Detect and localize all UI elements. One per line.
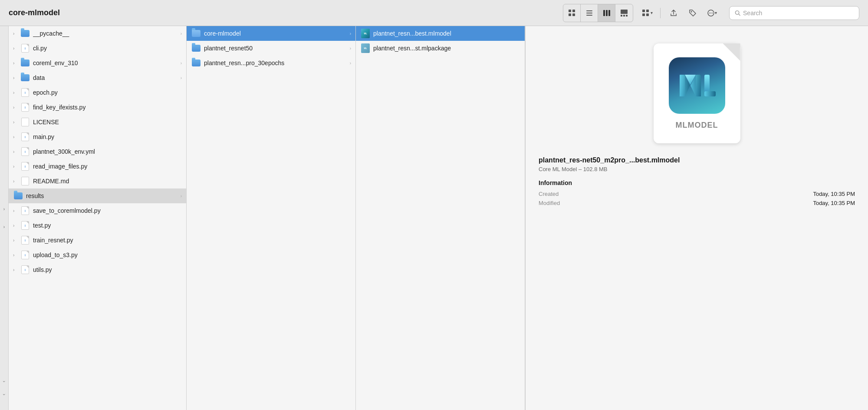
mlmodel-icon: [360, 28, 371, 39]
expand-chevron: ›: [13, 253, 20, 258]
list-item[interactable]: › README.md: [9, 174, 186, 188]
file-name: find_key_ifexists.py: [33, 104, 182, 111]
list-item[interactable]: › i cli.py: [9, 41, 186, 56]
svg-rect-12: [623, 15, 625, 17]
expand-chevron: ›: [13, 238, 20, 243]
svg-rect-9: [608, 10, 610, 16]
folder-icon: [191, 58, 201, 68]
svg-rect-31: [704, 91, 716, 96]
list-item[interactable]: › i epoch.py: [9, 85, 186, 100]
list-item[interactable]: › LICENSE: [9, 115, 186, 129]
search-input[interactable]: [743, 10, 854, 17]
share-button[interactable]: [665, 4, 682, 22]
py-icon: i: [20, 235, 30, 245]
py-icon: i: [20, 43, 30, 53]
bottom-sidebar-toggle[interactable]: ›: [0, 379, 9, 384]
folder-icon: [20, 73, 30, 83]
svg-rect-15: [646, 10, 649, 12]
expand-chevron: ›: [13, 31, 20, 36]
folder-icon: [13, 191, 23, 201]
group-button[interactable]: ▾: [638, 4, 656, 22]
chevron-right-icon: ›: [181, 31, 182, 36]
column-1: › __pycache__ › › i cli.py › coreml_: [9, 26, 187, 410]
py-icon: i: [20, 220, 30, 231]
mlpackage-icon: ML: [360, 43, 371, 53]
list-view-button[interactable]: [581, 4, 598, 22]
list-item[interactable]: › i plantnet_300k_env.yml: [9, 144, 186, 159]
view-mode-group: [563, 4, 633, 22]
svg-rect-3: [572, 13, 575, 16]
svg-rect-5: [586, 13, 592, 13]
list-item[interactable]: › i main.py: [9, 129, 186, 144]
file-name: read_image_files.py: [33, 163, 182, 170]
file-card-inner: MLMODEL: [654, 43, 740, 143]
sidebar-toggle-arrow-bottom: ›: [3, 225, 5, 229]
expand-chevron: ›: [13, 76, 20, 80]
folder-icon: [20, 58, 30, 68]
svg-rect-14: [642, 10, 645, 12]
file-name: plantnet_resn...best.mlmodel: [373, 30, 520, 37]
list-item[interactable]: › i utils.py: [9, 262, 186, 277]
svg-rect-6: [586, 15, 592, 16]
list-item[interactable]: › i test.py: [9, 218, 186, 233]
tag-button[interactable]: [684, 4, 701, 22]
column2-header: core-mlmodel ›: [187, 26, 355, 41]
py-icon: i: [20, 250, 30, 260]
list-item-mlmodel[interactable]: plantnet_resn...best.mlmodel: [356, 26, 525, 41]
svg-rect-2: [569, 13, 571, 16]
folder-icon: [191, 43, 201, 53]
list-item[interactable]: › i upload_to_s3.py: [9, 248, 186, 262]
sidebar-toggle[interactable]: › ›: [0, 26, 9, 410]
list-item[interactable]: › i save_to_coremlmodel.py: [9, 203, 186, 218]
expand-chevron: ›: [13, 105, 20, 110]
list-item[interactable]: plantnet_resn...pro_30epochs ›: [187, 56, 355, 70]
file-name: main.py: [33, 133, 182, 140]
svg-line-24: [739, 14, 740, 15]
chevron-right-icon: ›: [181, 76, 182, 80]
svg-point-20: [709, 13, 710, 13]
list-item[interactable]: › data ›: [9, 70, 186, 85]
svg-rect-11: [621, 15, 622, 17]
expand-chevron: ›: [13, 135, 20, 139]
file-name: plantnet_300k_env.yml: [33, 148, 182, 155]
info-heading: Information: [539, 179, 855, 186]
file-name: cli.py: [33, 45, 182, 52]
search-box[interactable]: [729, 6, 859, 20]
list-item-results[interactable]: results ›: [9, 188, 186, 203]
list-item[interactable]: › i train_resnet.py: [9, 233, 186, 248]
svg-point-21: [710, 13, 711, 13]
file-type-label: MLMODEL: [676, 121, 718, 130]
file-name: plantnet_resn...st.mlpackage: [373, 45, 520, 52]
window-title: core-mlmodel: [9, 8, 60, 17]
file-preview-card: MLMODEL: [654, 43, 740, 143]
column-2: core-mlmodel › plantnet_resnet50 › plant…: [187, 26, 356, 410]
columns-container: › __pycache__ › › i cli.py › coreml_: [9, 26, 868, 410]
list-item[interactable]: › i read_image_files.py: [9, 159, 186, 174]
expand-chevron: ›: [13, 268, 20, 272]
list-item[interactable]: › __pycache__ ›: [9, 26, 186, 41]
svg-rect-16: [642, 13, 645, 16]
preview-icon-container: MLMODEL: [534, 43, 859, 143]
preview-file-title: plantnet_res-net50_m2pro_...best.mlmodel: [539, 156, 855, 164]
py-icon: i: [20, 205, 30, 216]
list-item-mlpackage[interactable]: ML plantnet_resn...st.mlpackage: [356, 41, 525, 56]
expand-chevron: ›: [13, 120, 20, 125]
column-view-button[interactable]: [598, 4, 615, 22]
svg-rect-0: [569, 10, 571, 12]
more-button[interactable]: ▾: [703, 4, 720, 22]
expand-chevron: ›: [13, 46, 20, 51]
sidebar-toggle-arrow-top: ›: [3, 207, 5, 212]
info-value-created: Today, 10:35 PM: [813, 191, 855, 197]
bottom-sidebar-toggle-2[interactable]: ›: [0, 392, 9, 397]
grid-view-button[interactable]: [563, 4, 581, 22]
svg-rect-7: [603, 10, 605, 16]
chevron-right-icon: ›: [181, 61, 182, 66]
chevron-right-icon: ›: [350, 46, 351, 51]
list-item[interactable]: plantnet_resnet50 ›: [187, 41, 355, 56]
list-item[interactable]: › coreml_env_310 ›: [9, 56, 186, 70]
svg-rect-4: [586, 10, 592, 11]
py-icon: i: [20, 87, 30, 98]
list-item[interactable]: › i find_key_ifexists.py: [9, 100, 186, 115]
gallery-view-button[interactable]: [615, 4, 633, 22]
column-3: plantnet_resn...best.mlmodel ML plantnet…: [356, 26, 525, 410]
